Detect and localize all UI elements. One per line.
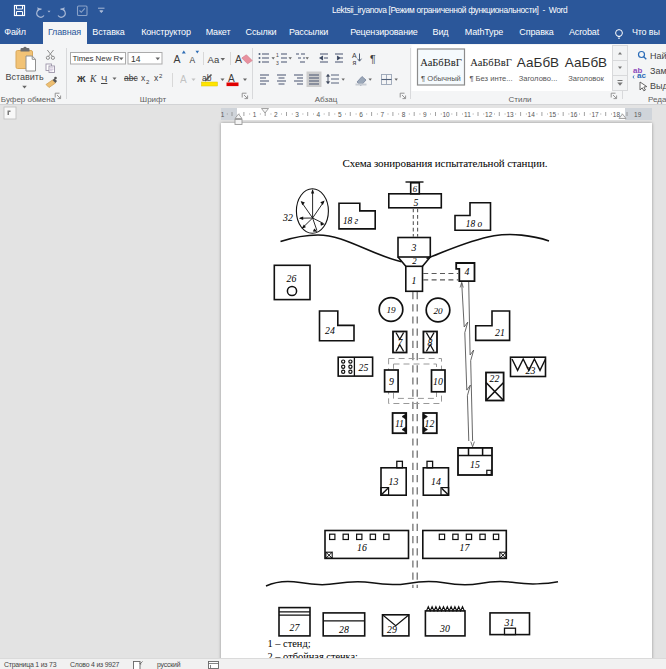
svg-text:ac: ac bbox=[637, 71, 646, 80]
svg-text:10: 10 bbox=[433, 376, 443, 387]
svg-text:я: я bbox=[353, 59, 357, 66]
svg-text:Найти: Найти bbox=[650, 51, 666, 61]
svg-text:22: 22 bbox=[490, 373, 500, 384]
svg-text:30: 30 bbox=[439, 623, 450, 634]
svg-text:3: 3 bbox=[411, 242, 417, 253]
svg-text:16: 16 bbox=[570, 111, 578, 118]
svg-text:¶: ¶ bbox=[370, 53, 376, 65]
svg-text:1 – стенд;: 1 – стенд; bbox=[268, 638, 311, 649]
svg-text:Буфер обмена: Буфер обмена bbox=[1, 95, 56, 104]
svg-text:6: 6 bbox=[413, 184, 418, 194]
svg-text:2: 2 bbox=[159, 73, 163, 79]
svg-text:24: 24 bbox=[325, 325, 335, 336]
svg-text:Заголовок: Заголовок bbox=[568, 74, 604, 83]
svg-text:А: А bbox=[180, 74, 187, 85]
svg-text:¶ Без инте...: ¶ Без инте... bbox=[469, 74, 512, 83]
svg-text:13: 13 bbox=[506, 111, 514, 118]
svg-text:11: 11 bbox=[395, 418, 404, 429]
svg-text:15: 15 bbox=[470, 459, 480, 470]
svg-text:АаБбВвГ: АаБбВвГ bbox=[420, 57, 462, 68]
svg-text:abс: abс bbox=[124, 73, 138, 83]
svg-text:Схема зонирования испытательно: Схема зонирования испытательной станции. bbox=[343, 157, 548, 169]
svg-text:8: 8 bbox=[402, 111, 406, 118]
svg-text:2 – отбойная стенка;: 2 – отбойная стенка; bbox=[268, 651, 359, 658]
svg-text:29: 29 bbox=[387, 624, 397, 635]
svg-text:3: 3 bbox=[295, 111, 299, 118]
svg-text:2: 2 bbox=[412, 256, 417, 266]
svg-text:7: 7 bbox=[398, 337, 404, 348]
svg-text:4: 4 bbox=[317, 111, 321, 118]
svg-text:АаБбВвГ: АаБбВвГ bbox=[470, 57, 512, 68]
svg-text:Вставить: Вставить bbox=[5, 72, 43, 82]
svg-text:К: К bbox=[89, 74, 97, 84]
svg-text:12: 12 bbox=[485, 111, 493, 118]
svg-text:А: А bbox=[228, 73, 235, 84]
svg-text:11: 11 bbox=[464, 111, 471, 118]
svg-text:1: 1 bbox=[253, 111, 257, 118]
svg-text:Шрифт: Шрифт bbox=[140, 95, 167, 104]
svg-text:Times New R: Times New R bbox=[73, 54, 120, 63]
svg-text:28: 28 bbox=[339, 624, 349, 635]
svg-text:14: 14 bbox=[528, 111, 536, 118]
svg-text:АаБбВ: АаБбВ bbox=[565, 55, 607, 70]
svg-text:¶ Обычный: ¶ Обычный bbox=[421, 74, 461, 83]
svg-text:Заменить: Заменить bbox=[650, 66, 666, 76]
svg-text:12: 12 bbox=[425, 418, 435, 429]
svg-text:Редакти: Редакти bbox=[648, 95, 666, 104]
svg-text:А: А bbox=[235, 53, 242, 65]
svg-text:9: 9 bbox=[389, 376, 394, 387]
svg-text:20: 20 bbox=[433, 306, 443, 316]
svg-text:Заголово...: Заголово... bbox=[519, 74, 558, 83]
svg-text:19: 19 bbox=[386, 305, 396, 315]
svg-text:4: 4 bbox=[465, 266, 470, 277]
svg-text:2: 2 bbox=[146, 79, 150, 85]
svg-text:1: 1 bbox=[412, 275, 417, 286]
svg-text:Аа: Аа bbox=[208, 54, 220, 65]
svg-text:19: 19 bbox=[634, 111, 642, 118]
svg-text:8: 8 bbox=[428, 337, 433, 348]
svg-text:25: 25 bbox=[359, 362, 369, 373]
svg-text:А: А bbox=[190, 55, 196, 65]
svg-text:27: 27 bbox=[290, 622, 301, 633]
svg-text:18 о: 18 о bbox=[466, 219, 483, 229]
svg-text:А: А bbox=[174, 53, 181, 65]
svg-text:26: 26 bbox=[287, 273, 297, 284]
svg-text:17: 17 bbox=[591, 111, 599, 118]
svg-text:7: 7 bbox=[380, 111, 384, 118]
svg-text:18: 18 bbox=[613, 111, 621, 118]
svg-text:13: 13 bbox=[389, 476, 399, 487]
svg-text:5: 5 bbox=[338, 111, 342, 118]
svg-text:21: 21 bbox=[495, 327, 505, 338]
svg-text:18 г: 18 г bbox=[343, 216, 359, 226]
svg-text:3: 3 bbox=[276, 60, 279, 66]
svg-text:14: 14 bbox=[131, 54, 141, 64]
svg-text:16: 16 bbox=[357, 542, 367, 553]
svg-text:32: 32 bbox=[282, 212, 293, 223]
svg-text:1: 1 bbox=[221, 111, 225, 118]
svg-text:17: 17 bbox=[460, 542, 471, 553]
svg-text:Ж: Ж bbox=[76, 73, 86, 84]
svg-text:Выделить: Выделить bbox=[650, 81, 666, 91]
svg-text:АаБбВ: АаБбВ bbox=[517, 55, 559, 70]
svg-text:6: 6 bbox=[359, 111, 363, 118]
svg-text:Абзац: Абзац bbox=[315, 95, 338, 104]
svg-text:Ч: Ч bbox=[101, 73, 107, 84]
svg-text:14: 14 bbox=[431, 476, 441, 487]
svg-text:ab: ab bbox=[202, 73, 212, 83]
svg-text:23: 23 bbox=[526, 365, 536, 376]
svg-text:2: 2 bbox=[274, 111, 278, 118]
svg-text:Стили: Стили bbox=[508, 95, 531, 104]
svg-text:9: 9 bbox=[423, 111, 427, 118]
svg-text:15: 15 bbox=[549, 111, 557, 118]
svg-text:10: 10 bbox=[442, 111, 450, 118]
svg-text:31: 31 bbox=[504, 617, 515, 628]
svg-text:5: 5 bbox=[414, 197, 419, 208]
svg-text:1: 1 bbox=[276, 52, 279, 58]
